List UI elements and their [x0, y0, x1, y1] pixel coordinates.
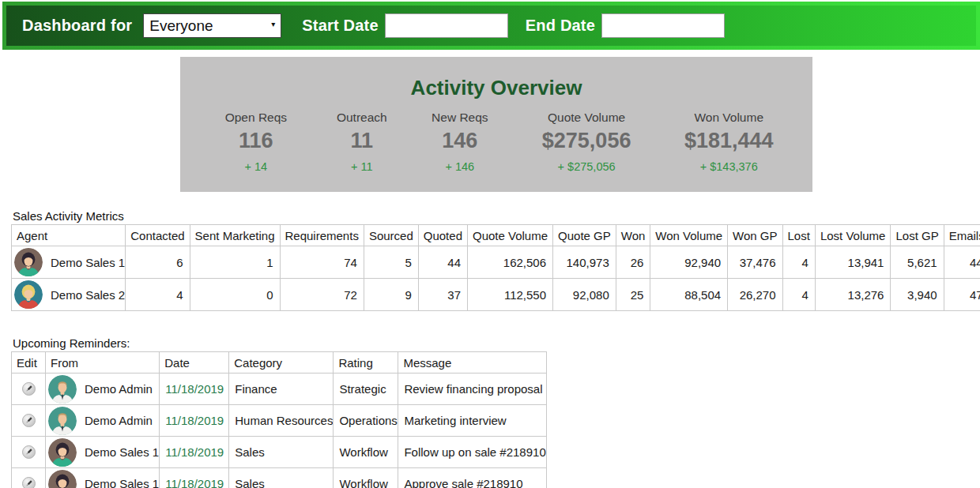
col-agent: Agent: [12, 225, 126, 246]
category-cell: Human Resources: [229, 405, 334, 437]
cell-lost-volume: 13,276: [815, 279, 891, 311]
cell-won-gp: 37,476: [728, 246, 782, 279]
cell-quote-gp: 92,080: [553, 279, 616, 311]
col-quoted: Quoted: [418, 225, 467, 246]
cell-lost: 4: [782, 279, 815, 311]
table-row: Demo Admin 11/18/2019 Finance Strategic …: [12, 374, 547, 405]
cell-quote-gp: 140,973: [553, 246, 616, 279]
avatar-demo-admin: [48, 407, 77, 435]
metric-value: 116: [191, 129, 321, 153]
metric-delta: + $275,056: [517, 160, 657, 173]
table-row: Demo Sales 1 11/18/2019 Sales Workflow A…: [12, 468, 547, 488]
col-category: Category: [229, 352, 334, 374]
from-cell: Demo Admin: [46, 374, 160, 405]
category-cell: Sales: [229, 437, 334, 468]
cell-sourced: 5: [364, 246, 418, 279]
cell-contacted: 4: [126, 279, 190, 311]
edit-cell: [12, 468, 46, 488]
cell-sent-marketing: 0: [190, 279, 280, 311]
metric-label: Quote Volume: [517, 111, 657, 125]
cell-sent-marketing: 1: [190, 246, 280, 279]
col-sourced: Sourced: [364, 225, 418, 246]
cell-emails: 47: [944, 279, 980, 311]
activity-overview-title: Activity Overview: [180, 57, 812, 100]
edit-reminder-button[interactable]: [22, 382, 36, 396]
sales-metrics-section-title: Sales Activity Metrics: [13, 209, 124, 223]
message-cell: Approve sale #218910: [398, 468, 546, 488]
avatar-demo-admin: [48, 375, 77, 404]
cell-quoted: 44: [418, 246, 467, 279]
col-lost: Lost: [782, 225, 815, 246]
audience-select[interactable]: Everyone: [143, 13, 281, 38]
col-lost-volume: Lost Volume: [815, 225, 891, 246]
cell-won: 26: [616, 246, 650, 279]
metric-quote-volume: Quote Volume $275,056 + $275,056: [517, 111, 657, 173]
date-cell: 11/18/2019: [160, 405, 229, 437]
cell-requirements: 74: [280, 246, 364, 279]
table-header-row: Agent Contacted Sent Marketing Requireme…: [12, 225, 980, 246]
pencil-icon: [24, 448, 33, 456]
col-emails: Emails: [944, 225, 980, 246]
table-header-row: Edit From Date Category Rating Message: [12, 352, 547, 374]
table-row: Demo Sales 2 4 0 72 9 37 112,550 92,080 …: [12, 279, 980, 311]
cell-won-volume: 88,504: [650, 279, 728, 311]
audience-select-wrap: Everyone ▾: [143, 13, 281, 38]
cell-won: 25: [616, 279, 650, 311]
avatar-demo-sales-2: [14, 280, 43, 309]
from-name: Demo Admin: [85, 382, 153, 396]
metric-value: 146: [403, 129, 517, 153]
edit-reminder-button[interactable]: [22, 414, 36, 427]
date-cell: 11/18/2019: [160, 468, 229, 488]
metric-delta: + 146: [403, 160, 517, 173]
metric-label: Outreach: [321, 111, 403, 125]
metric-new-reqs: New Reqs 146 + 146: [403, 111, 517, 173]
col-sent-marketing: Sent Marketing: [190, 225, 280, 246]
metric-outreach: Outreach 11 + 11: [321, 111, 403, 173]
metric-delta: + 11: [321, 160, 403, 173]
message-cell: Review financing proposal: [398, 374, 546, 405]
metric-label: New Reqs: [403, 111, 517, 125]
cell-sourced: 9: [364, 279, 418, 311]
edit-reminder-button[interactable]: [22, 477, 36, 488]
col-date: Date: [160, 352, 229, 374]
from-name: Demo Sales 1: [85, 477, 159, 488]
col-edit: Edit: [12, 352, 46, 374]
reminders-table: Edit From Date Category Rating Message: [11, 351, 547, 488]
col-lost-gp: Lost GP: [891, 225, 944, 246]
cell-requirements: 72: [280, 279, 364, 311]
from-name: Demo Admin: [85, 414, 153, 427]
cell-lost-volume: 13,941: [815, 246, 891, 279]
cell-contacted: 6: [126, 246, 190, 279]
message-cell: Marketing interview: [398, 405, 546, 437]
edit-reminder-button[interactable]: [22, 445, 36, 459]
table-row: Demo Sales 1 6 1 74 5 44 162,506 140,973…: [12, 246, 980, 279]
table-row: Demo Admin 11/18/2019 Human Resources Op…: [12, 405, 547, 437]
avatar-demo-sales-1: [48, 438, 77, 467]
agent-name: Demo Sales 1: [51, 256, 125, 269]
dashboard-page: Dashboard for Everyone ▾ Start Date End …: [0, 0, 980, 488]
metric-won-volume: Won Volume $181,444 + $143,376: [656, 111, 801, 173]
date-cell: 11/18/2019: [160, 374, 229, 405]
col-won-gp: Won GP: [728, 225, 782, 246]
cell-lost: 4: [782, 246, 815, 279]
start-date-input[interactable]: [385, 13, 508, 38]
edit-cell: [12, 437, 46, 468]
category-cell: Sales: [229, 468, 334, 488]
cell-quote-volume: 112,550: [467, 279, 552, 311]
from-name: Demo Sales 1: [85, 445, 159, 459]
rating-cell: Operations: [334, 405, 398, 437]
edit-cell: [12, 405, 46, 437]
top-toolbar-inner: Dashboard for Everyone ▾ Start Date End …: [6, 6, 976, 46]
cell-emails: 44: [944, 246, 980, 279]
end-date-input[interactable]: [601, 13, 725, 38]
date-cell: 11/18/2019: [160, 437, 229, 468]
cell-quote-volume: 162,506: [467, 246, 552, 279]
category-cell: Finance: [229, 374, 334, 405]
col-won-volume: Won Volume: [650, 225, 728, 246]
rating-cell: Workflow: [334, 468, 398, 488]
metric-delta: + $143,376: [656, 160, 801, 173]
cell-won-volume: 92,940: [650, 246, 728, 279]
pencil-icon: [24, 479, 33, 488]
rating-cell: Strategic: [334, 374, 398, 405]
dashboard-for-label: Dashboard for: [22, 17, 132, 35]
